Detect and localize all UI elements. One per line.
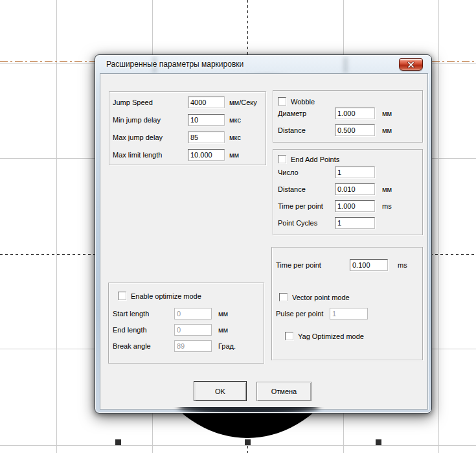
- grid-line-vertical: [56, 0, 57, 453]
- wobble-checkbox[interactable]: [278, 97, 286, 106]
- selection-handle[interactable]: [245, 439, 251, 445]
- dialog-title: Расширенные параметры маркировки: [106, 60, 244, 69]
- group-jump-parameters: Jump Speed мм/Секу Min jump delay мкс Ma…: [109, 91, 266, 165]
- grid-line-horizontal: [0, 445, 476, 446]
- max-jump-delay-label: Max jump delay: [113, 134, 163, 141]
- enable-optimize-mode-label: Enable optimize mode: [131, 292, 201, 300]
- selection-handle[interactable]: [376, 439, 381, 445]
- dialog-bottom-frame: [97, 407, 429, 412]
- end-add-points-checkbox-label: End Add Points: [291, 156, 339, 163]
- min-jump-delay-input[interactable]: [188, 114, 225, 126]
- points-time-unit: ms: [382, 202, 392, 210]
- start-length-unit: мм: [218, 310, 228, 318]
- close-button[interactable]: [399, 58, 423, 71]
- cancel-button[interactable]: Отмена: [256, 382, 312, 401]
- start-length-input: [174, 308, 212, 319]
- point-cycles-label: Point Cycles: [278, 219, 317, 227]
- jump-speed-unit: мм/Секу: [229, 99, 257, 106]
- pulse-per-point-input: [330, 308, 368, 319]
- glass-blur-artifact: [344, 57, 347, 73]
- vector-point-mode-label: Vector point mode: [292, 294, 350, 301]
- yag-optimized-mode-label: Yag Optimized mode: [298, 332, 364, 340]
- vector-point-mode-checkbox[interactable]: [279, 293, 288, 301]
- jump-speed-input[interactable]: [188, 97, 225, 108]
- group-optimize: Enable optimize mode Start length мм End…: [108, 283, 264, 364]
- wobble-diameter-unit: мм: [382, 110, 392, 117]
- points-distance-input[interactable]: [335, 183, 375, 195]
- group-point-mode: Time per point ms Vector point mode Puls…: [271, 247, 423, 360]
- wobble-diameter-label: Диаметр: [278, 110, 306, 117]
- glass-blur-artifact: [178, 407, 319, 412]
- points-time-input[interactable]: [335, 200, 375, 212]
- time-per-point-unit: ms: [398, 261, 407, 269]
- break-angle-input: [174, 340, 212, 352]
- close-icon: [407, 62, 414, 68]
- break-angle-unit: Град.: [218, 342, 236, 350]
- points-count-input[interactable]: [335, 167, 375, 178]
- enable-optimize-mode-checkbox[interactable]: [118, 292, 126, 300]
- grid-line-vertical: [438, 0, 439, 453]
- time-per-point-label: Time per point: [276, 261, 321, 269]
- point-cycles-input[interactable]: [335, 217, 375, 229]
- yag-optimized-mode-checkbox[interactable]: [285, 332, 293, 340]
- points-distance-label: Distance: [278, 185, 306, 193]
- title-bar[interactable]: Расширенные параметры маркировки: [95, 55, 431, 73]
- max-limit-length-unit: мм: [229, 151, 239, 159]
- dialog-advanced-marking-parameters: Расширенные параметры маркировки Jump Sp…: [95, 54, 432, 413]
- wobble-distance-input[interactable]: [335, 124, 375, 136]
- end-add-points-checkbox[interactable]: [278, 155, 286, 163]
- ok-button[interactable]: OK: [194, 381, 247, 401]
- break-angle-label: Break angle: [113, 342, 151, 350]
- dialog-client-area: Jump Speed мм/Секу Min jump delay мкс Ma…: [100, 73, 428, 410]
- end-length-unit: мм: [218, 326, 228, 334]
- pulse-per-point-label: Pulse per point: [276, 310, 323, 318]
- max-jump-delay-input[interactable]: [188, 132, 225, 143]
- min-jump-delay-label: Min jump delay: [113, 116, 161, 124]
- selection-handle[interactable]: [115, 439, 121, 445]
- max-limit-length-input[interactable]: [188, 149, 225, 161]
- max-limit-length-label: Max limit length: [113, 151, 162, 159]
- time-per-point-input[interactable]: [350, 259, 388, 271]
- wobble-distance-unit: мм: [382, 126, 392, 134]
- group-wobble: Wobble Диаметр мм Distance мм: [273, 90, 423, 143]
- group-end-add-points: End Add Points Число Distance мм Time pe…: [273, 149, 423, 235]
- end-length-input: [174, 324, 212, 336]
- end-length-label: End length: [113, 326, 147, 334]
- points-count-label: Число: [278, 168, 299, 176]
- wobble-checkbox-label: Wobble: [291, 98, 315, 106]
- max-jump-delay-unit: мкс: [229, 134, 241, 141]
- points-time-label: Time per point: [278, 202, 323, 210]
- min-jump-delay-unit: мкс: [229, 116, 241, 124]
- points-distance-unit: мм: [382, 185, 392, 193]
- jump-speed-label: Jump Speed: [113, 99, 153, 106]
- wobble-distance-label: Distance: [278, 126, 306, 134]
- start-length-label: Start length: [113, 310, 149, 318]
- wobble-diameter-input[interactable]: [335, 108, 375, 119]
